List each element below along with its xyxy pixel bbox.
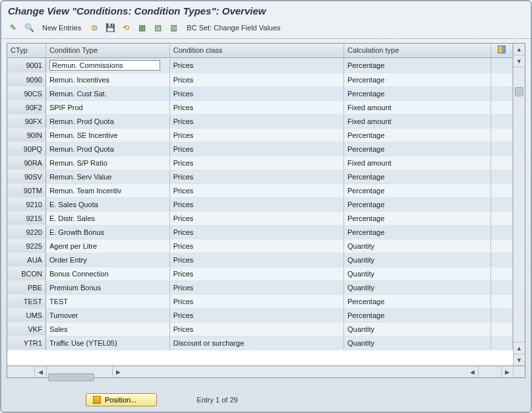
deselect-all-icon[interactable]: ▥: [167, 21, 180, 34]
cell-calc-type[interactable]: Percentage: [344, 211, 491, 225]
save-all-icon[interactable]: 💾: [103, 21, 117, 34]
cell-cond-class[interactable]: Discount or surcharge: [169, 336, 343, 350]
cell-cond-type[interactable]: TEST: [45, 294, 169, 308]
cell-ctyp[interactable]: 90TM: [7, 183, 45, 197]
cell-cond-type[interactable]: Remun. Serv Value: [45, 170, 169, 183]
scroll-up-step-icon[interactable]: ▲: [514, 342, 525, 354]
cell-cond-type[interactable]: E. Growth Bonus: [45, 225, 169, 239]
cell-cond-class[interactable]: Prices: [169, 280, 343, 294]
cell-calc-type[interactable]: Percentage: [344, 128, 491, 142]
cell-cond-type[interactable]: Remun. Prod Quota: [45, 114, 169, 128]
new-entries-button[interactable]: New Entries: [38, 22, 85, 33]
cell-cond-type[interactable]: Sales: [45, 322, 169, 336]
cell-calc-type[interactable]: Quantity: [344, 322, 491, 336]
cell-ctyp[interactable]: 9220: [7, 225, 45, 239]
cell-calc-type[interactable]: Percentage: [344, 86, 491, 100]
cell-cond-type[interactable]: Remun. S/P Ratio: [45, 156, 169, 170]
cell-ctyp[interactable]: VKF: [7, 322, 45, 336]
cell-cond-class[interactable]: Prices: [169, 308, 343, 322]
cell-calc-type[interactable]: Percentage: [344, 225, 491, 239]
table-row[interactable]: 90RARemun. S/P RatioPricesFixed amount: [7, 156, 513, 170]
table-row[interactable]: UMSTurnoverPricesPercentage: [7, 308, 513, 322]
cell-ctyp[interactable]: 9215: [7, 211, 45, 225]
table-row[interactable]: PBEPremium BonusPricesQuantity: [7, 280, 513, 294]
detail-icon[interactable]: 🔍: [22, 21, 36, 34]
cell-ctyp[interactable]: 9210: [7, 197, 45, 211]
table-row[interactable]: 9001Remun. CommissionsPricesPercentage: [7, 57, 513, 73]
table-row[interactable]: 9225Agent per LitrePricesQuantity: [7, 239, 513, 253]
cell-ctyp[interactable]: 9090: [7, 73, 45, 86]
cell-cond-type[interactable]: Premium Bonus: [45, 280, 169, 294]
cell-calc-type[interactable]: Percentage: [344, 73, 491, 86]
table-row[interactable]: 90TMRemun. Team IncentivPricesPercentage: [7, 183, 513, 197]
cell-cond-class[interactable]: Prices: [169, 142, 343, 156]
cell-calc-type[interactable]: Quantity: [344, 336, 491, 350]
hscroll-right-icon[interactable]: ▶: [112, 366, 124, 377]
table-row[interactable]: 90PQRemun. Prod QuotaPricesPercentage: [7, 142, 513, 156]
select-all-icon[interactable]: ▦: [135, 21, 148, 34]
cell-ctyp[interactable]: TEST: [7, 294, 45, 308]
cell-cond-type[interactable]: Turnover: [45, 308, 169, 322]
cell-calc-type[interactable]: Fixed amount: [344, 156, 491, 170]
hscroll2-right-icon[interactable]: ▶: [501, 366, 513, 377]
cell-cond-class[interactable]: Prices: [169, 170, 343, 183]
bc-set-button[interactable]: BC Set: Change Field Values: [183, 22, 284, 33]
cell-ctyp[interactable]: 90SV: [7, 170, 45, 183]
table-row[interactable]: 90SVRemun. Serv ValuePricesPercentage: [7, 170, 513, 183]
cell-calc-type[interactable]: Quantity: [344, 280, 491, 294]
col-ctyp[interactable]: CTyp: [7, 44, 45, 57]
hscroll2-left-icon[interactable]: ◀: [467, 366, 479, 377]
copy-icon[interactable]: ⧉: [88, 21, 101, 34]
cell-ctyp[interactable]: BCON: [7, 267, 45, 280]
cell-ctyp[interactable]: PBE: [7, 280, 45, 294]
cell-cond-class[interactable]: Prices: [169, 57, 343, 73]
table-row[interactable]: 9220E. Growth BonusPricesPercentage: [7, 225, 513, 239]
select-block-icon[interactable]: ▤: [151, 21, 164, 34]
table-row[interactable]: 9210E. Sales QuotaPricesPercentage: [7, 197, 513, 211]
cell-cond-type[interactable]: Remun. Cust Sat.: [45, 86, 169, 100]
cell-calc-type[interactable]: Percentage: [344, 308, 491, 322]
cell-cond-class[interactable]: Prices: [169, 114, 343, 128]
cell-cond-class[interactable]: Prices: [169, 322, 343, 336]
cell-cond-class[interactable]: Prices: [169, 239, 343, 253]
other-view-icon[interactable]: ✎: [7, 21, 20, 34]
table-row[interactable]: 90CSRemun. Cust Sat.PricesPercentage: [7, 86, 513, 100]
cell-ctyp[interactable]: YTR1: [7, 336, 45, 350]
configure-columns-button[interactable]: [490, 44, 512, 57]
cell-calc-type[interactable]: Percentage: [344, 294, 491, 308]
cell-calc-type[interactable]: Fixed amount: [344, 114, 491, 128]
hscroll-left-icon[interactable]: ◀: [35, 366, 47, 377]
cell-cond-class[interactable]: Prices: [169, 211, 343, 225]
cell-cond-type[interactable]: Remun. Commissions: [45, 57, 169, 73]
scroll-track[interactable]: [514, 67, 525, 342]
table-row[interactable]: TESTTESTPricesPercentage: [7, 294, 513, 308]
cell-ctyp[interactable]: UMS: [7, 308, 45, 322]
cell-ctyp[interactable]: 90F2: [7, 100, 45, 114]
cell-calc-type[interactable]: Quantity: [344, 267, 491, 280]
cell-calc-type[interactable]: Percentage: [344, 197, 491, 211]
table-row[interactable]: BCONBonus ConnectionPricesQuantity: [7, 267, 513, 280]
scroll-down-step-icon[interactable]: ▼: [514, 55, 525, 67]
scroll-thumb[interactable]: [515, 87, 523, 96]
cell-cond-type[interactable]: Remun. SE Incentive: [45, 128, 169, 142]
cell-ctyp[interactable]: 9225: [7, 239, 45, 253]
cell-cond-class[interactable]: Prices: [169, 197, 343, 211]
cell-cond-type[interactable]: Bonus Connection: [45, 267, 169, 280]
cell-cond-type[interactable]: Agent per Litre: [45, 239, 169, 253]
cell-cond-type[interactable]: Remun. Prod Quota: [45, 142, 169, 156]
cell-ctyp[interactable]: AUA: [7, 253, 45, 267]
table-row[interactable]: 90F2SPIF ProdPricesFixed amount: [7, 100, 513, 114]
cell-calc-type[interactable]: Fixed amount: [344, 100, 491, 114]
cell-cond-class[interactable]: Prices: [169, 183, 343, 197]
table-row[interactable]: 9090Remun. IncentivesPricesPercentage: [7, 73, 513, 86]
cell-cond-class[interactable]: Prices: [169, 73, 343, 86]
data-grid[interactable]: CTyp Condition Type Condition class Calc…: [7, 44, 513, 365]
table-row[interactable]: AUAOrder EntryPricesQuantity: [7, 253, 513, 267]
scroll-down-icon[interactable]: ▼: [514, 354, 525, 365]
cell-cond-type[interactable]: Remun. Team Incentiv: [45, 183, 169, 197]
cell-cond-class[interactable]: Prices: [169, 156, 343, 170]
cell-ctyp[interactable]: 90IN: [7, 128, 45, 142]
col-cond-type[interactable]: Condition Type: [45, 44, 169, 57]
col-cond-class[interactable]: Condition class: [169, 44, 343, 57]
cell-cond-class[interactable]: Prices: [169, 294, 343, 308]
